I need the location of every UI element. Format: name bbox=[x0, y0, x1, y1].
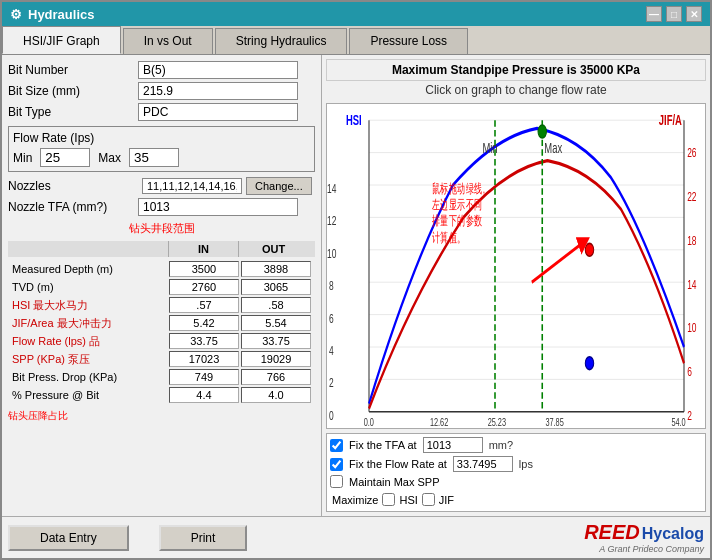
maximize-row: Maximize HSI JIF bbox=[330, 491, 702, 508]
flow-rate-inputs: Min Max bbox=[13, 148, 310, 167]
row-in-value: .57 bbox=[169, 297, 239, 313]
maximize-jif-label: JIF bbox=[439, 494, 454, 506]
row-label: TVD (m) bbox=[8, 280, 168, 294]
minimize-button[interactable]: — bbox=[646, 6, 662, 22]
row-label: Bit Press. Drop (KPa) bbox=[8, 370, 168, 384]
flow-max-input[interactable] bbox=[129, 148, 179, 167]
change-nozzles-button[interactable]: Change... bbox=[246, 177, 312, 195]
svg-text:12.62: 12.62 bbox=[430, 416, 448, 428]
reed-logo: REED Hycalog A Grant Prideco Company bbox=[584, 521, 704, 554]
bit-number-label: Bit Number bbox=[8, 63, 138, 77]
fix-tfa-checkbox[interactable] bbox=[330, 439, 343, 452]
table-row: % Pressure @ Bit 4.4 4.0 bbox=[8, 386, 315, 404]
svg-text:左边显示不同: 左边显示不同 bbox=[432, 197, 483, 211]
row-out-value: .58 bbox=[241, 297, 311, 313]
row-label: SPP (KPa) 泵压 bbox=[8, 351, 168, 368]
maximize-jif-checkbox[interactable] bbox=[422, 493, 435, 506]
window-icon: ⚙ bbox=[10, 7, 22, 22]
row-in-value: 33.75 bbox=[169, 333, 239, 349]
fix-flow-checkbox[interactable] bbox=[330, 458, 343, 471]
data-rows-container: Measured Depth (m) 3500 3898 TVD (m) 276… bbox=[8, 260, 315, 404]
svg-text:0.0: 0.0 bbox=[364, 416, 374, 428]
table-row: Measured Depth (m) 3500 3898 bbox=[8, 260, 315, 278]
flow-min-input[interactable] bbox=[40, 148, 90, 167]
bit-type-row: Bit Type bbox=[8, 103, 315, 121]
nozzle-tfa-label: Nozzle TFA (mm?) bbox=[8, 200, 138, 214]
close-button[interactable]: ✕ bbox=[686, 6, 702, 22]
maximize-hsi-checkbox[interactable] bbox=[382, 493, 395, 506]
bit-size-input[interactable] bbox=[138, 82, 298, 100]
svg-text:14: 14 bbox=[687, 277, 696, 291]
bottom-buttons: Data Entry Print bbox=[8, 525, 247, 551]
window-title: Hydraulics bbox=[28, 7, 94, 22]
svg-text:37.85: 37.85 bbox=[545, 416, 563, 428]
bit-number-input[interactable] bbox=[138, 61, 298, 79]
graph-area[interactable]: Min Max 0 2 bbox=[326, 103, 706, 429]
fix-tfa-row: Fix the TFA at mm? bbox=[330, 437, 702, 453]
svg-text:0: 0 bbox=[329, 408, 334, 422]
main-window: ⚙ Hydraulics — □ ✕ HSI/JIF Graph In vs O… bbox=[0, 0, 712, 560]
svg-text:鼠标拖动绿线,: 鼠标拖动绿线, bbox=[432, 181, 485, 195]
print-button[interactable]: Print bbox=[159, 525, 248, 551]
svg-text:JIF/A: JIF/A bbox=[659, 112, 682, 129]
svg-text:10: 10 bbox=[327, 246, 336, 260]
row-label: Flow Rate (lps) 品 bbox=[8, 333, 168, 350]
fix-flow-row: Fix the Flow Rate at lps bbox=[330, 456, 702, 472]
maintain-spp-row: Maintain Max SPP bbox=[330, 475, 702, 488]
min-label: Min bbox=[13, 151, 32, 165]
section-header: IN OUT bbox=[8, 241, 315, 257]
table-row: Bit Press. Drop (KPa) 749 766 bbox=[8, 368, 315, 386]
svg-text:2: 2 bbox=[687, 408, 692, 422]
hydraulics-graph[interactable]: Min Max 0 2 bbox=[327, 104, 705, 428]
svg-text:2: 2 bbox=[329, 376, 334, 390]
maintain-spp-checkbox[interactable] bbox=[330, 475, 343, 488]
flow-rate-section: Flow Rate (Ips) Min Max bbox=[8, 126, 315, 172]
row-out-value: 3898 bbox=[241, 261, 311, 277]
bottom-bar: Data Entry Print REED Hycalog A Grant Pr… bbox=[2, 516, 710, 558]
checkbox-section: Fix the TFA at mm? Fix the Flow Rate at … bbox=[326, 433, 706, 512]
nozzle-tfa-input[interactable] bbox=[138, 198, 298, 216]
tab-in-vs-out[interactable]: In vs Out bbox=[123, 28, 213, 54]
tab-hsi-jif[interactable]: HSI/JIF Graph bbox=[2, 26, 121, 54]
svg-text:6: 6 bbox=[687, 364, 692, 378]
svg-text:12: 12 bbox=[327, 214, 336, 228]
tfa-unit: mm? bbox=[489, 439, 513, 451]
data-entry-button[interactable]: Data Entry bbox=[8, 525, 129, 551]
title-controls: — □ ✕ bbox=[646, 6, 702, 22]
pressure-info: Maximum Standpipe Pressure is 35000 KPa bbox=[326, 59, 706, 81]
flow-value-input[interactable] bbox=[453, 456, 513, 472]
out-column-header: OUT bbox=[238, 241, 308, 257]
row-in-value: 4.4 bbox=[169, 387, 239, 403]
maximize-label: Maximize bbox=[332, 494, 378, 506]
flow-rate-title: Flow Rate (Ips) bbox=[13, 131, 310, 145]
row-in-value: 749 bbox=[169, 369, 239, 385]
row-label: HSI 最大水马力 bbox=[8, 297, 168, 314]
row-label: JIF/Area 最大冲击力 bbox=[8, 315, 168, 332]
row-in-value: 2760 bbox=[169, 279, 239, 295]
annotation-pressure: 钻头压降占比 bbox=[8, 409, 315, 423]
tab-pressure-loss[interactable]: Pressure Loss bbox=[349, 28, 468, 54]
title-bar: ⚙ Hydraulics — □ ✕ bbox=[2, 2, 710, 26]
tab-bar: HSI/JIF Graph In vs Out String Hydraulic… bbox=[2, 26, 710, 55]
svg-text:22: 22 bbox=[687, 189, 696, 203]
svg-text:25.23: 25.23 bbox=[488, 416, 506, 428]
bit-type-label: Bit Type bbox=[8, 105, 138, 119]
row-in-value: 5.42 bbox=[169, 315, 239, 331]
svg-text:排量下的参数: 排量下的参数 bbox=[432, 214, 483, 228]
row-in-value: 3500 bbox=[169, 261, 239, 277]
svg-text:18: 18 bbox=[687, 233, 696, 247]
tfa-value-input[interactable] bbox=[423, 437, 483, 453]
row-out-value: 766 bbox=[241, 369, 311, 385]
svg-text:8: 8 bbox=[329, 278, 334, 292]
svg-text:54.0: 54.0 bbox=[671, 416, 685, 428]
reed-text: REED bbox=[584, 521, 640, 544]
bit-size-label: Bit Size (mm) bbox=[8, 84, 138, 98]
nozzles-input[interactable] bbox=[142, 178, 242, 194]
bit-type-input[interactable] bbox=[138, 103, 298, 121]
maximize-button[interactable]: □ bbox=[666, 6, 682, 22]
table-row: Flow Rate (lps) 品 33.75 33.75 bbox=[8, 332, 315, 350]
tab-string-hydraulics[interactable]: String Hydraulics bbox=[215, 28, 348, 54]
svg-point-19 bbox=[585, 243, 593, 256]
nozzles-label: Nozzles bbox=[8, 179, 138, 193]
annotation-drill-section: 钻头井段范围 bbox=[8, 221, 315, 236]
